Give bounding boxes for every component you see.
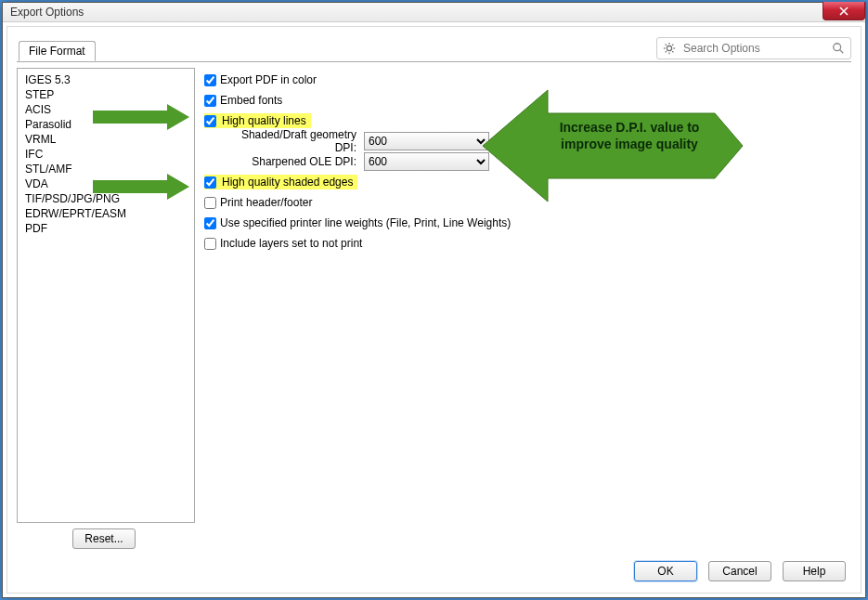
export-options-window: Export Options File Format <box>2 2 866 598</box>
svg-line-10 <box>840 50 844 54</box>
checkbox-high-quality-shaded-edges[interactable]: High quality shaded edges <box>204 176 355 189</box>
list-item[interactable]: IFC <box>23 147 188 162</box>
checkbox-input[interactable] <box>204 197 216 209</box>
search-options[interactable] <box>656 37 851 59</box>
close-icon <box>839 7 849 16</box>
dialog-footer: OK Cancel Help <box>17 549 851 583</box>
checkbox-input[interactable] <box>204 217 216 229</box>
top-row: File Format <box>17 34 851 62</box>
list-item[interactable]: IGES 5.3 <box>23 72 188 87</box>
search-input[interactable] <box>681 41 826 56</box>
tabset: File Format <box>19 35 96 61</box>
checkbox-input[interactable] <box>204 74 216 86</box>
list-item[interactable]: STL/AMF <box>23 162 188 176</box>
list-item[interactable]: Parasolid <box>23 117 188 132</box>
checkbox-input[interactable] <box>204 176 216 189</box>
list-item[interactable]: EDRW/EPRT/EASM <box>23 206 188 221</box>
list-item[interactable]: TIF/PSD/JPG/PNG <box>23 191 188 206</box>
checkbox-embed-fonts[interactable]: Embed fonts <box>204 94 282 107</box>
list-item[interactable]: VRML <box>23 132 188 147</box>
ole-dpi-label: Sharpened OLE DPI: <box>221 155 360 168</box>
ole-dpi-select[interactable]: 600 <box>364 152 489 171</box>
window-title: Export Options <box>10 6 84 19</box>
help-button[interactable]: Help <box>783 561 846 581</box>
options-panel: Export PDF in color Embed fonts High qua… <box>195 68 851 549</box>
checkbox-export-pdf-color[interactable]: Export PDF in color <box>204 73 317 86</box>
format-list[interactable]: IGES 5.3 STEP ACIS Parasolid VRML IFC ST… <box>17 68 195 523</box>
svg-line-7 <box>672 45 673 46</box>
svg-line-5 <box>666 45 667 46</box>
list-item[interactable]: VDA <box>23 176 188 191</box>
tab-label: File Format <box>29 45 85 58</box>
checkbox-include-layers-not-print[interactable]: Include layers set to not print <box>204 237 362 250</box>
ok-button[interactable]: OK <box>634 561 697 581</box>
list-item[interactable]: PDF <box>23 221 188 236</box>
checkbox-print-header-footer[interactable]: Print header/footer <box>204 196 312 209</box>
tab-file-format[interactable]: File Format <box>19 41 96 61</box>
cancel-button[interactable]: Cancel <box>708 561 771 581</box>
svg-line-8 <box>666 51 667 52</box>
svg-line-6 <box>672 51 673 52</box>
checkbox-input[interactable] <box>204 115 216 127</box>
svg-point-9 <box>834 44 841 51</box>
reset-button[interactable]: Reset... <box>72 528 136 549</box>
checkbox-input[interactable] <box>204 238 216 250</box>
shaded-dpi-select[interactable]: 600 <box>364 132 489 150</box>
search-icon <box>832 42 845 55</box>
svg-point-0 <box>667 46 671 50</box>
checkbox-input[interactable] <box>204 95 216 107</box>
checkbox-use-specified-line-weights[interactable]: Use specified printer line weights (File… <box>204 216 511 229</box>
list-item[interactable]: STEP <box>23 87 188 102</box>
titlebar: Export Options <box>3 3 865 22</box>
body-row: IGES 5.3 STEP ACIS Parasolid VRML IFC ST… <box>17 62 851 549</box>
close-button[interactable] <box>823 2 865 20</box>
gear-icon <box>663 42 676 55</box>
list-item[interactable]: ACIS <box>23 102 188 117</box>
checkbox-high-quality-lines[interactable]: High quality lines <box>204 114 308 127</box>
client-area: File Format <box>6 26 862 593</box>
shaded-dpi-label: Shaded/Draft geometry DPI: <box>221 128 360 154</box>
